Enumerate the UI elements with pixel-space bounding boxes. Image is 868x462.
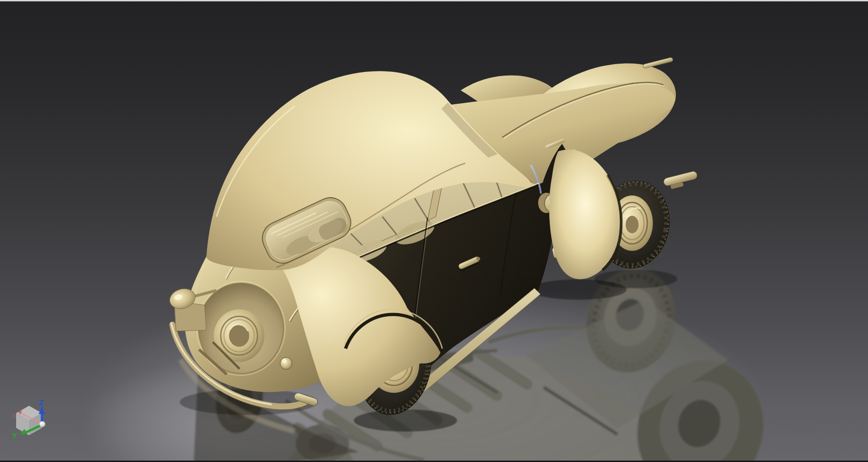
- axis-triad[interactable]: X Z Y: [12, 399, 46, 440]
- top-rail[interactable]: [643, 57, 673, 69]
- front-hub-dome: [626, 216, 639, 233]
- render-canvas[interactable]: X Z Y: [0, 0, 868, 462]
- fuel-cap[interactable]: [280, 357, 292, 369]
- x-axis-label: X: [12, 414, 16, 419]
- front-fender[interactable]: [549, 150, 621, 279]
- window-top-edge: [0, 0, 868, 1]
- origin-point: [40, 421, 46, 427]
- front-bumper-tip[interactable]: [663, 171, 699, 190]
- y-axis-label: Y: [12, 432, 18, 440]
- z-axis-label: Z: [39, 399, 44, 407]
- cad-viewport[interactable]: X Z Y: [0, 0, 868, 462]
